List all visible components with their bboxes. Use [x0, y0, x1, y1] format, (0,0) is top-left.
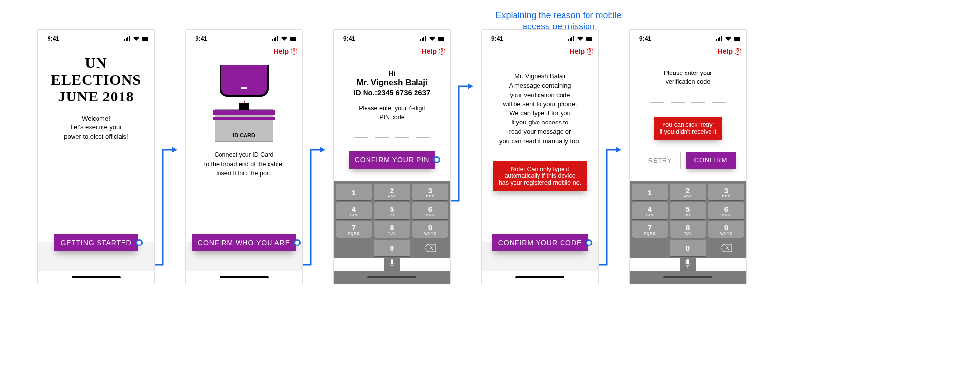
text-line: power to elect officials! [64, 132, 128, 142]
svg-rect-4 [438, 37, 444, 41]
svg-rect-2 [290, 37, 296, 41]
keypad-key-9[interactable]: 9WXYZ [708, 221, 744, 238]
keypad-key-6[interactable]: 6MNO [412, 202, 448, 219]
title-line: UN [51, 54, 141, 72]
code-input[interactable] [650, 97, 726, 103]
status-time: 9:41 [196, 35, 207, 42]
signal-icon [124, 36, 131, 41]
getting-started-button[interactable]: GETTING STARTED [54, 234, 137, 251]
keypad-key-1[interactable]: 1 [336, 184, 372, 200]
text-line: Mr. Vignesh Balaji [499, 72, 581, 81]
code-prompt: Please enter your verification code [664, 69, 712, 86]
keypad-key-3[interactable]: 3DEF [412, 184, 448, 200]
text-line: Please enter your [664, 69, 712, 78]
title-line: ELECTIONS [51, 72, 141, 89]
keypad-key-8[interactable]: 8TUV [670, 221, 706, 238]
help-link[interactable]: Help? [718, 48, 741, 55]
screen-welcome: 9:41 UN ELECTIONS JUNE 2018 Welcome! Let… [37, 29, 155, 284]
keypad-key-4[interactable]: 4GHI [336, 202, 372, 219]
help-link[interactable]: Help? [422, 48, 445, 55]
wifi-icon [725, 36, 732, 41]
status-time: 9:41 [491, 35, 503, 42]
text-line: Welcome! [64, 114, 128, 123]
help-label: Help [718, 48, 733, 55]
wifi-icon [429, 36, 436, 41]
confirm-identity-button[interactable]: CONFIRM WHO YOU ARE [192, 234, 296, 251]
title-line: JUNE 2018 [51, 88, 141, 105]
keypad-key-7[interactable]: 7PQRS [632, 221, 668, 238]
pin-input[interactable] [354, 132, 430, 138]
mic-icon[interactable] [685, 259, 691, 268]
note-box: Note: Can only type it automatically if … [493, 161, 587, 191]
wifi-icon [133, 36, 140, 41]
home-indicator[interactable] [630, 271, 746, 284]
signal-icon [568, 36, 575, 41]
home-indicator[interactable] [334, 271, 450, 284]
keypad-key-5[interactable]: 5JKL [670, 202, 706, 219]
retry-tip-box: You can click 'retry' if you didn't rece… [654, 117, 722, 140]
status-time: 9:41 [639, 35, 651, 42]
keypad-key-3[interactable]: 3DEF [708, 184, 744, 200]
screen-permission-explain: 9:41 Help? Mr. Vignesh Balaji A message … [481, 29, 599, 284]
button-label: CONFIRM YOUR PIN [355, 156, 430, 164]
id-card-illustration: ↑ ID CARD [202, 65, 286, 144]
user-name: Mr. Vignesh Balaji [356, 78, 427, 88]
keypad-key-9[interactable]: 9WXYZ [412, 221, 448, 238]
backspace-icon[interactable] [412, 240, 448, 256]
keypad-key-0[interactable]: 0 [670, 240, 706, 256]
svg-rect-11 [686, 259, 689, 264]
home-indicator[interactable] [482, 271, 598, 284]
text-line: if you didn't receive it [660, 128, 716, 135]
confirm-code-button[interactable]: CONFIRM YOUR CODE [492, 234, 588, 251]
permission-explanation: Mr. Vignesh Balaji A message containing … [499, 72, 581, 146]
text-line: verification code [664, 78, 712, 87]
help-label: Help [274, 48, 289, 55]
text-line: automatically if this device [499, 172, 581, 179]
status-bar: 9:41 [482, 33, 598, 45]
text-line: Insert it into the port. [204, 169, 284, 178]
status-time: 9:41 [48, 35, 59, 42]
id-card-slot: ID CARD [215, 109, 273, 142]
keypad-key-5[interactable]: 5JKL [374, 202, 410, 219]
mic-row [680, 258, 696, 271]
flow-node-icon [136, 239, 143, 246]
keypad-key-8[interactable]: 8TUV [374, 221, 410, 238]
status-bar: 9:41 [38, 33, 154, 45]
keypad-key-1[interactable]: 1 [632, 184, 668, 200]
keypad-key-0[interactable]: 0 [374, 240, 410, 256]
retry-button[interactable]: RETRY [640, 152, 681, 169]
flow-node-icon [586, 239, 592, 246]
svg-rect-6 [391, 259, 393, 264]
battery-icon [586, 36, 592, 41]
home-indicator[interactable] [186, 271, 302, 284]
backspace-icon[interactable] [708, 240, 744, 256]
greeting: Hi [389, 69, 396, 77]
keypad-key-7[interactable]: 7PQRS [336, 221, 372, 238]
numeric-keypad: 12ABC3DEF4GHI5JKL6MNO7PQRS8TUV9WXYZ0 [334, 181, 450, 258]
keypad-key-4[interactable]: 4GHI [632, 202, 668, 219]
keypad-key-2[interactable]: 2ABC [670, 184, 706, 200]
instruction-text: Connect your ID Card to the broad end of… [204, 150, 284, 178]
home-indicator[interactable] [38, 271, 154, 284]
keypad-key-2[interactable]: 2ABC [374, 184, 410, 200]
mic-row [384, 258, 400, 271]
help-link[interactable]: Help? [570, 48, 593, 55]
status-bar: 9:41 [334, 33, 450, 45]
help-icon: ? [439, 48, 445, 55]
flow-node-icon [433, 156, 440, 163]
screen-enter-pin: 9:41 Help? Hi Mr. Vignesh Balaji ID No.:… [333, 29, 451, 284]
confirm-button[interactable]: CONFIRM [686, 152, 736, 169]
text-line: your verification code [499, 91, 581, 100]
confirm-pin-button[interactable]: CONFIRM YOUR PIN [349, 151, 436, 169]
screen-enter-code: 9:41 Help? Please enter your verificatio… [629, 29, 747, 284]
help-icon: ? [291, 48, 297, 55]
pin-prompt: Please enter your 4-digit PIN code [359, 104, 425, 122]
mic-icon[interactable] [389, 259, 395, 268]
help-link[interactable]: Help? [274, 48, 297, 55]
numeric-keypad: 12ABC3DEF4GHI5JKL6MNO7PQRS8TUV9WXYZ0 [630, 181, 746, 258]
card-label: ID CARD [233, 132, 255, 138]
keypad-key-6[interactable]: 6MNO [708, 202, 744, 219]
page-title: UN ELECTIONS JUNE 2018 [51, 54, 141, 105]
text-line: will be sent to your phone. [499, 100, 581, 109]
svg-rect-0 [142, 37, 148, 41]
